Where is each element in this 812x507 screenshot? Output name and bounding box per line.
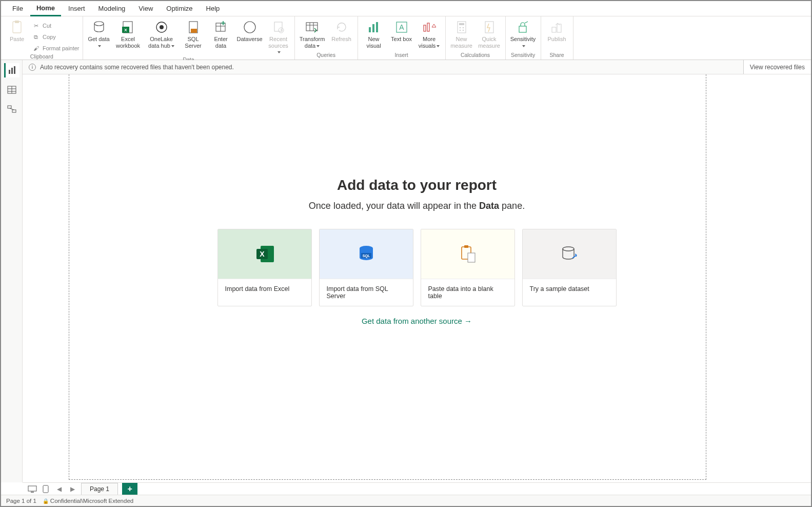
format-painter-label: Format painter <box>43 45 80 51</box>
sensitivity-button[interactable]: Sensitivity <box>509 18 538 50</box>
mobile-layout-icon[interactable] <box>41 484 50 494</box>
view-recovered-button[interactable]: View recovered files <box>743 60 811 74</box>
get-data-another-source-link[interactable]: Get data from another source → <box>212 317 622 325</box>
publish-icon <box>549 20 565 35</box>
next-page-button[interactable]: ▶ <box>68 484 77 494</box>
copy-button[interactable]: ⧉ Copy <box>32 32 56 42</box>
svg-rect-21 <box>376 22 378 32</box>
copy-label: Copy <box>43 34 56 40</box>
quick-measure-label: Quick measure <box>478 36 501 49</box>
card-import-excel[interactable]: X Import data from Excel <box>217 229 312 306</box>
status-classification: Confidential\Microsoft Extended <box>43 498 133 504</box>
nav-table-view[interactable] <box>4 83 19 97</box>
chart-icon <box>366 20 382 35</box>
cut-button[interactable]: ✂ Cut <box>32 21 51 31</box>
nav-model-view[interactable] <box>4 102 19 116</box>
get-data-button[interactable]: Get data <box>86 18 112 50</box>
prev-page-button[interactable]: ◀ <box>54 484 64 494</box>
card-sample-dataset[interactable]: Try a sample dataset <box>522 229 617 306</box>
dataverse-button[interactable]: Dataverse <box>236 18 264 44</box>
message-bar-text: Auto recovery contains some recovered fi… <box>40 64 234 71</box>
tab-optimize[interactable]: Optimize <box>160 2 199 15</box>
more-visuals-label: More visuals <box>418 36 441 49</box>
tab-home[interactable]: Home <box>30 1 61 16</box>
ribbon-group-share: Publish Share <box>541 16 573 60</box>
text-box-button[interactable]: A Text box <box>389 18 414 44</box>
svg-rect-25 <box>427 23 429 31</box>
svg-point-28 <box>459 27 461 29</box>
more-visuals-button[interactable]: More visuals <box>417 18 442 50</box>
sensitivity-group-label: Sensitivity <box>511 52 535 59</box>
tab-modeling[interactable]: Modeling <box>92 2 132 15</box>
card-paste-data[interactable]: Paste data into a blank table <box>421 229 515 306</box>
data-source-cards: X Import data from Excel SQL Import data… <box>212 229 622 306</box>
svg-point-7 <box>160 25 164 29</box>
transform-data-button[interactable]: Transform data <box>298 18 327 50</box>
share-group-label: Share <box>550 52 564 59</box>
page-tab-1[interactable]: Page 1 <box>81 483 118 495</box>
sample-card-icon <box>523 229 616 279</box>
add-page-button[interactable]: + <box>122 483 137 495</box>
refresh-button[interactable]: Refresh <box>329 18 354 44</box>
new-measure-button[interactable]: New measure <box>449 18 474 50</box>
nav-report-view[interactable] <box>4 63 19 77</box>
sensitivity-label: Sensitivity <box>510 36 536 49</box>
empty-state-subtitle: Once loaded, your data will appear in th… <box>212 201 622 211</box>
svg-point-29 <box>462 27 464 29</box>
paste-card-icon <box>421 229 514 279</box>
svg-text:X: X <box>260 250 265 258</box>
onelake-label: OneLake data hub <box>146 36 177 49</box>
transform-data-label: Transform data <box>299 36 326 49</box>
card-import-sql[interactable]: SQL Import data from SQL Server <box>319 229 413 306</box>
excel-icon: X <box>120 20 136 35</box>
svg-rect-19 <box>369 27 371 32</box>
recent-icon <box>270 20 287 35</box>
publish-label: Publish <box>547 36 566 43</box>
recent-sources-label: Recent sources <box>267 36 290 55</box>
svg-rect-33 <box>519 26 526 32</box>
svg-text:X: X <box>124 28 127 32</box>
report-view-icon <box>8 66 17 75</box>
publish-button[interactable]: Publish <box>544 18 570 44</box>
tab-help[interactable]: Help <box>200 2 226 15</box>
status-bar: Page 1 of 1 Confidential\Microsoft Exten… <box>1 495 811 506</box>
tab-insert[interactable]: Insert <box>62 2 91 15</box>
quick-measure-button[interactable]: Quick measure <box>477 18 502 50</box>
tab-view[interactable]: View <box>132 2 159 15</box>
paste-button[interactable]: Paste <box>4 18 30 44</box>
model-view-icon <box>7 105 16 114</box>
recent-sources-button[interactable]: Recent sources <box>266 18 291 56</box>
sql-server-button[interactable]: SQL Server <box>181 18 206 50</box>
excel-workbook-button[interactable]: X Excel workbook <box>114 18 143 50</box>
cut-icon: ✂ <box>32 22 40 30</box>
svg-rect-32 <box>485 22 493 33</box>
new-visual-label: New visual <box>362 36 386 49</box>
svg-rect-58 <box>43 485 48 493</box>
dataverse-icon <box>242 20 258 35</box>
clipboard-group-label: Clipboard <box>30 53 53 60</box>
ribbon-group-clipboard: Paste ✂ Cut ⧉ Copy 🖌 Format painter Clip… <box>1 16 83 60</box>
tab-file[interactable]: File <box>6 2 29 15</box>
left-nav <box>1 60 23 482</box>
desktop-layout-icon[interactable] <box>28 484 37 494</box>
onelake-hub-button[interactable]: OneLake data hub <box>145 18 179 50</box>
copy-icon: ⧉ <box>32 33 40 41</box>
ribbon-group-insert: New visual A Text box More visuals Inser… <box>358 16 446 60</box>
ribbon-group-queries: Transform data Refresh Queries <box>295 16 358 60</box>
database-icon <box>91 20 107 35</box>
svg-text:SQL: SQL <box>362 254 370 258</box>
paste-icon <box>9 20 25 35</box>
svg-rect-27 <box>459 23 464 25</box>
card-sample-label: Try a sample dataset <box>523 279 616 299</box>
enter-data-button[interactable]: Enter data <box>208 18 234 50</box>
svg-rect-44 <box>12 110 16 112</box>
sql-card-icon: SQL <box>320 229 413 279</box>
new-visual-button[interactable]: New visual <box>361 18 387 50</box>
sensitivity-icon <box>515 20 531 35</box>
queries-group-label: Queries <box>316 52 335 59</box>
format-painter-button[interactable]: 🖌 Format painter <box>32 43 80 53</box>
svg-rect-1 <box>15 21 19 23</box>
message-bar: i Auto recovery contains some recovered … <box>23 60 811 74</box>
ribbon: Paste ✂ Cut ⧉ Copy 🖌 Format painter Clip… <box>1 16 811 60</box>
excel-card-icon: X <box>218 229 311 279</box>
